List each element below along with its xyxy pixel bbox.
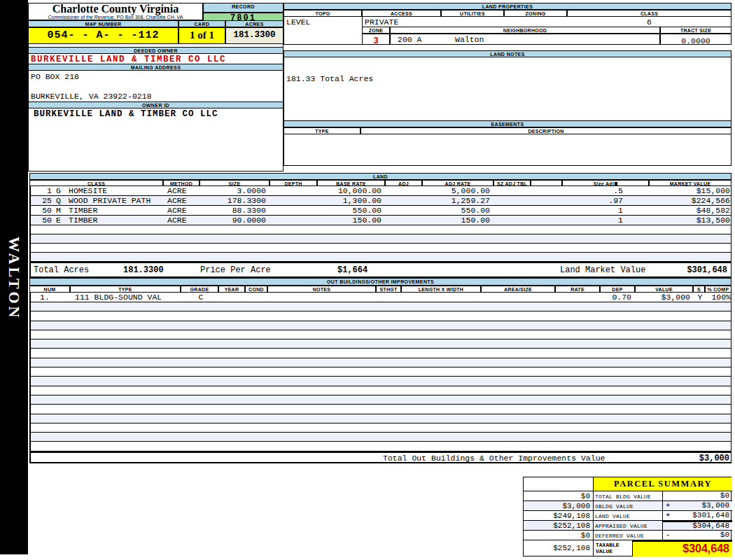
land-size: 3.0000 xyxy=(201,187,266,195)
land-section-header: LAND xyxy=(29,173,732,180)
county-subtitle: Commissioner of the Revenue, PO Box 308,… xyxy=(29,15,202,20)
ob-sthgt-header: STHGT xyxy=(376,286,401,293)
ps-header-spacer xyxy=(524,477,594,491)
land-size-header: SIZE xyxy=(200,180,270,186)
out-building-row: 1. 111 BLDG-SOUND VAL C 0.70 $3,000 Y 10… xyxy=(29,293,732,302)
neighborhood-sidebar-label: WALTON xyxy=(5,237,23,320)
land-row: 25 Q WOOD PRIVATE PATH ACRE 178.3300 1,3… xyxy=(29,196,732,206)
ps-label: APPRAISED VALUE xyxy=(594,521,663,531)
owner-id-value: BURKEVILLE LAND & TIMBER CO LLC xyxy=(34,109,218,119)
empty-row xyxy=(31,321,731,330)
ps-left-value: $249,108 xyxy=(524,511,594,521)
ps-taxable-label-line2: VALUE xyxy=(596,548,632,554)
ps-value: $304,648 xyxy=(692,522,729,530)
topo-header: TOPO xyxy=(284,10,362,17)
empty-row xyxy=(31,225,731,234)
ps-value: $3,000 xyxy=(701,501,729,510)
land-market-value: $15,000 xyxy=(650,187,730,195)
ps-value-cell: $0 xyxy=(663,491,732,501)
ps-label: DEFERRED VALUE xyxy=(594,531,663,540)
ob-type-header: TYPE xyxy=(70,286,181,293)
land-empty-rows xyxy=(29,225,732,262)
land-class-num: 50 xyxy=(36,216,52,225)
ob-comp-header: % COMP xyxy=(705,286,732,293)
land-market-value-label: Land Market Value xyxy=(560,266,645,274)
ps-taxable-value: $304,648 xyxy=(633,540,732,556)
map-number-value: 054- - A- - -112 xyxy=(28,27,178,44)
land-size-adj: .5 xyxy=(564,187,623,195)
ob-year-header: YEAR xyxy=(218,286,245,293)
ps-taxable-left: $252,108 xyxy=(524,540,594,556)
ob-s: Y xyxy=(694,293,706,302)
land-totals-row: Total Acres 181.3300 Price Per Acre $1,6… xyxy=(29,262,732,278)
land-class-name: HOMESITE xyxy=(69,187,107,195)
acres-header: ACRES xyxy=(225,20,284,27)
land-adj-rate: 550.00 xyxy=(424,206,490,215)
ob-total-row: Total Out Buildings & Other Improvements… xyxy=(29,451,732,463)
empty-row xyxy=(31,312,731,321)
land-class-name: TIMBER xyxy=(69,216,97,225)
ob-total-value: $3,000 xyxy=(661,454,729,463)
land-size: 88.3300 xyxy=(201,206,266,215)
land-adj-rate-header: ADJ RATE xyxy=(422,180,493,186)
deeded-owner-value: BURKEVILLE LAND & TIMBER CO LLC xyxy=(31,55,226,64)
land-base-rate: 10,000.00 xyxy=(318,187,382,195)
land-notes-text: 181.33 Total Acres xyxy=(286,74,373,83)
land-adj-rate: 1,259.27 xyxy=(424,197,490,205)
ps-sign: - xyxy=(666,531,671,540)
ob-dep: 0.70 xyxy=(601,293,631,302)
county-title: Charlotte County Virginia xyxy=(29,4,202,15)
access-header: ACCESS xyxy=(362,10,441,17)
land-size: 178.3300 xyxy=(201,197,266,205)
mailing-address-line1: PO BOX 218 xyxy=(31,72,79,81)
ob-area-size-header: AREA/SIZE xyxy=(481,286,555,293)
ob-total-label: Total Out Buildings & Other Improvements… xyxy=(383,454,605,463)
deeded-owner-header: DEEDED OWNER xyxy=(28,47,284,54)
ps-left-value: $0 xyxy=(524,531,594,540)
neighborhood-code: 200 A xyxy=(398,35,422,44)
land-sz-adj-tbl-header: SZ ADJ TBL xyxy=(493,180,531,186)
parcel-summary: PARCEL SUMMARY $0 TOTAL BLDG VALUE $0 $3… xyxy=(523,477,732,556)
empty-row xyxy=(31,330,731,340)
ob-grade-header: GRADE xyxy=(181,286,218,293)
land-class-code: G xyxy=(56,187,61,195)
neighborhood-header: NEIGHBORHOOD xyxy=(390,27,660,34)
topo-value: LEVEL xyxy=(286,18,311,27)
ob-num: 1. xyxy=(40,293,50,302)
divider xyxy=(362,10,363,27)
property-record-card: WALTON Charlotte County Virginia Commiss… xyxy=(0,0,735,560)
zone-header: ZONE xyxy=(362,27,390,34)
neighborhood-cell: 200 A Walton xyxy=(390,34,660,45)
card-header: CARD xyxy=(178,20,225,27)
empty-row xyxy=(31,414,731,424)
price-per-acre-label: Price Per Acre xyxy=(200,266,271,274)
neighborhood-sidebar: WALTON xyxy=(0,0,28,554)
ob-comp: 100% xyxy=(706,293,731,302)
ps-value: $0 xyxy=(720,531,729,540)
land-method-header: METHOD xyxy=(163,180,200,186)
land-adj-rate: 5,000.00 xyxy=(424,187,490,195)
land-method: ACRE xyxy=(167,197,187,205)
mailing-address-header: MAILING ADDRESS xyxy=(28,64,284,71)
land-size-adj-header: Size Adj xyxy=(562,180,649,186)
tract-size-header: TRACT SIZE xyxy=(660,27,732,34)
empty-row xyxy=(31,253,731,262)
land-market-value: $13,500 xyxy=(650,216,730,225)
land-base-rate: 550.00 xyxy=(318,206,382,215)
empty-row xyxy=(31,442,731,451)
land-base-rate: 150.00 xyxy=(318,216,382,225)
empty-row xyxy=(31,340,731,349)
empty-row xyxy=(31,405,731,414)
easement-type-header: TYPE xyxy=(284,127,360,134)
empty-row xyxy=(31,377,731,386)
owner-id-header: OWNER ID xyxy=(28,102,284,108)
land-class-header: CLASS xyxy=(29,180,163,186)
out-buildings-section-header: OUT BUILDINGS/OTHER IMPROVEMENTS xyxy=(29,278,732,286)
empty-row xyxy=(31,396,731,405)
land-market-value-header: MARKET VALUE xyxy=(649,180,732,186)
land-class-num: 50 xyxy=(36,206,52,215)
total-acres-value: 181.3300 xyxy=(123,266,164,274)
mailing-address-line2: BURKEVILLE, VA 23922-0218 xyxy=(31,92,152,101)
land-class-code: M xyxy=(56,206,61,215)
ob-length-width-header: LENGTH X WIDTH xyxy=(401,286,481,293)
